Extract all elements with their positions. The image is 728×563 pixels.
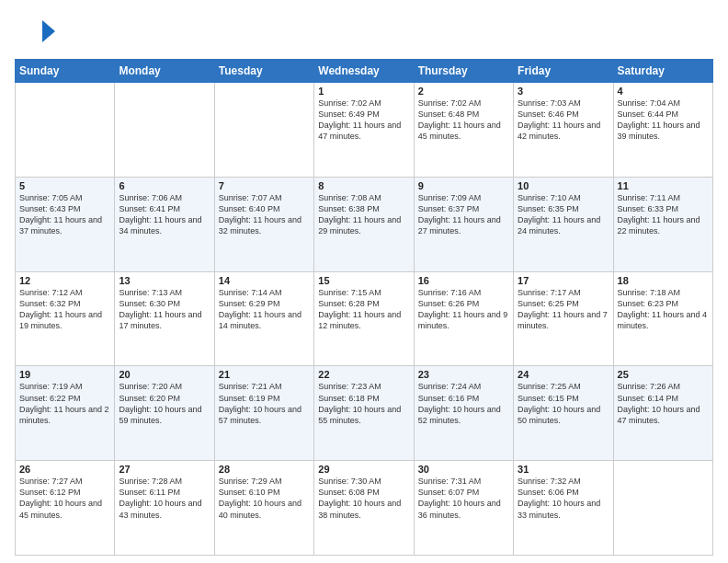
calendar-cell-2-6: 10Sunrise: 7:10 AM Sunset: 6:35 PM Dayli… xyxy=(514,177,613,271)
day-number: 23 xyxy=(418,369,509,380)
day-number: 12 xyxy=(19,275,110,286)
calendar-cell-5-5: 30Sunrise: 7:31 AM Sunset: 6:07 PM Dayli… xyxy=(414,461,513,556)
day-info: Sunrise: 7:31 AM Sunset: 6:07 PM Dayligh… xyxy=(418,476,509,521)
day-info: Sunrise: 7:20 AM Sunset: 6:20 PM Dayligh… xyxy=(119,381,210,426)
calendar-cell-5-7 xyxy=(613,461,712,556)
day-info: Sunrise: 7:03 AM Sunset: 6:46 PM Dayligh… xyxy=(518,98,609,143)
calendar-cell-3-3: 14Sunrise: 7:14 AM Sunset: 6:29 PM Dayli… xyxy=(214,271,313,366)
calendar-cell-5-3: 28Sunrise: 7:29 AM Sunset: 6:10 PM Dayli… xyxy=(214,461,313,556)
day-number: 18 xyxy=(618,275,709,286)
calendar-cell-3-4: 15Sunrise: 7:15 AM Sunset: 6:28 PM Dayli… xyxy=(314,271,414,366)
day-number: 13 xyxy=(119,275,210,286)
day-number: 19 xyxy=(19,369,110,380)
day-number: 30 xyxy=(418,464,509,475)
calendar-header-tuesday: Tuesday xyxy=(214,60,313,83)
calendar-header-wednesday: Wednesday xyxy=(314,60,414,83)
day-number: 22 xyxy=(318,369,409,380)
day-info: Sunrise: 7:17 AM Sunset: 6:25 PM Dayligh… xyxy=(518,287,609,332)
day-info: Sunrise: 7:02 AM Sunset: 6:48 PM Dayligh… xyxy=(418,98,509,143)
calendar-cell-1-6: 3Sunrise: 7:03 AM Sunset: 6:46 PM Daylig… xyxy=(514,83,613,178)
calendar-header-row: SundayMondayTuesdayWednesdayThursdayFrid… xyxy=(16,60,713,83)
calendar-cell-4-4: 22Sunrise: 7:23 AM Sunset: 6:18 PM Dayli… xyxy=(314,366,414,461)
calendar-cell-3-1: 12Sunrise: 7:12 AM Sunset: 6:32 PM Dayli… xyxy=(16,271,115,366)
day-number: 20 xyxy=(119,369,210,380)
day-info: Sunrise: 7:06 AM Sunset: 6:41 PM Dayligh… xyxy=(119,192,210,237)
header xyxy=(15,11,713,52)
day-info: Sunrise: 7:16 AM Sunset: 6:26 PM Dayligh… xyxy=(418,287,509,332)
calendar-week-row-2: 5Sunrise: 7:05 AM Sunset: 6:43 PM Daylig… xyxy=(16,177,713,271)
calendar-header-sunday: Sunday xyxy=(16,60,115,83)
day-info: Sunrise: 7:07 AM Sunset: 6:40 PM Dayligh… xyxy=(219,192,310,237)
logo xyxy=(15,11,59,52)
day-number: 5 xyxy=(19,180,110,191)
calendar-table: SundayMondayTuesdayWednesdayThursdayFrid… xyxy=(15,59,713,556)
day-info: Sunrise: 7:26 AM Sunset: 6:14 PM Dayligh… xyxy=(618,381,709,426)
day-info: Sunrise: 7:24 AM Sunset: 6:16 PM Dayligh… xyxy=(418,381,509,426)
day-info: Sunrise: 7:14 AM Sunset: 6:29 PM Dayligh… xyxy=(219,287,310,332)
day-info: Sunrise: 7:19 AM Sunset: 6:22 PM Dayligh… xyxy=(19,381,110,426)
calendar-week-row-3: 12Sunrise: 7:12 AM Sunset: 6:32 PM Dayli… xyxy=(16,271,713,366)
svg-marker-0 xyxy=(42,20,55,42)
day-number: 26 xyxy=(19,464,110,475)
day-info: Sunrise: 7:25 AM Sunset: 6:15 PM Dayligh… xyxy=(518,381,609,426)
day-info: Sunrise: 7:12 AM Sunset: 6:32 PM Dayligh… xyxy=(19,287,110,332)
calendar-cell-1-4: 1Sunrise: 7:02 AM Sunset: 6:49 PM Daylig… xyxy=(314,83,414,178)
calendar-cell-5-2: 27Sunrise: 7:28 AM Sunset: 6:11 PM Dayli… xyxy=(115,461,214,556)
day-info: Sunrise: 7:29 AM Sunset: 6:10 PM Dayligh… xyxy=(219,476,310,521)
page: SundayMondayTuesdayWednesdayThursdayFrid… xyxy=(0,0,728,563)
calendar-header-friday: Friday xyxy=(514,60,613,83)
calendar-cell-4-7: 25Sunrise: 7:26 AM Sunset: 6:14 PM Dayli… xyxy=(613,366,712,461)
calendar-cell-5-1: 26Sunrise: 7:27 AM Sunset: 6:12 PM Dayli… xyxy=(16,461,115,556)
day-info: Sunrise: 7:02 AM Sunset: 6:49 PM Dayligh… xyxy=(318,98,409,143)
day-info: Sunrise: 7:05 AM Sunset: 6:43 PM Dayligh… xyxy=(19,192,110,237)
calendar-cell-1-7: 4Sunrise: 7:04 AM Sunset: 6:44 PM Daylig… xyxy=(613,83,712,178)
calendar-header-saturday: Saturday xyxy=(613,60,712,83)
calendar-week-row-4: 19Sunrise: 7:19 AM Sunset: 6:22 PM Dayli… xyxy=(16,366,713,461)
day-number: 25 xyxy=(618,369,709,380)
calendar-header-monday: Monday xyxy=(115,60,214,83)
day-number: 9 xyxy=(418,180,509,191)
day-info: Sunrise: 7:21 AM Sunset: 6:19 PM Dayligh… xyxy=(219,381,310,426)
day-number: 21 xyxy=(219,369,310,380)
day-number: 7 xyxy=(219,180,310,191)
day-info: Sunrise: 7:13 AM Sunset: 6:30 PM Dayligh… xyxy=(119,287,210,332)
day-number: 17 xyxy=(518,275,609,286)
calendar-cell-4-2: 20Sunrise: 7:20 AM Sunset: 6:20 PM Dayli… xyxy=(115,366,214,461)
calendar-cell-4-1: 19Sunrise: 7:19 AM Sunset: 6:22 PM Dayli… xyxy=(16,366,115,461)
day-number: 10 xyxy=(518,180,609,191)
calendar-cell-1-1 xyxy=(16,83,115,178)
day-number: 3 xyxy=(518,86,609,97)
day-number: 15 xyxy=(318,275,409,286)
calendar-cell-2-2: 6Sunrise: 7:06 AM Sunset: 6:41 PM Daylig… xyxy=(115,177,214,271)
day-info: Sunrise: 7:27 AM Sunset: 6:12 PM Dayligh… xyxy=(19,476,110,521)
day-number: 14 xyxy=(219,275,310,286)
calendar-cell-3-2: 13Sunrise: 7:13 AM Sunset: 6:30 PM Dayli… xyxy=(115,271,214,366)
calendar-header-thursday: Thursday xyxy=(414,60,513,83)
day-info: Sunrise: 7:10 AM Sunset: 6:35 PM Dayligh… xyxy=(518,192,609,237)
day-info: Sunrise: 7:32 AM Sunset: 6:06 PM Dayligh… xyxy=(518,476,609,521)
calendar-cell-4-6: 24Sunrise: 7:25 AM Sunset: 6:15 PM Dayli… xyxy=(514,366,613,461)
day-info: Sunrise: 7:09 AM Sunset: 6:37 PM Dayligh… xyxy=(418,192,509,237)
calendar-cell-1-2 xyxy=(115,83,214,178)
calendar-cell-5-6: 31Sunrise: 7:32 AM Sunset: 6:06 PM Dayli… xyxy=(514,461,613,556)
day-number: 27 xyxy=(119,464,210,475)
calendar-cell-2-1: 5Sunrise: 7:05 AM Sunset: 6:43 PM Daylig… xyxy=(16,177,115,271)
calendar-week-row-5: 26Sunrise: 7:27 AM Sunset: 6:12 PM Dayli… xyxy=(16,461,713,556)
day-number: 11 xyxy=(618,180,709,191)
calendar-cell-1-5: 2Sunrise: 7:02 AM Sunset: 6:48 PM Daylig… xyxy=(414,83,513,178)
calendar-cell-4-3: 21Sunrise: 7:21 AM Sunset: 6:19 PM Dayli… xyxy=(214,366,313,461)
calendar-cell-3-7: 18Sunrise: 7:18 AM Sunset: 6:23 PM Dayli… xyxy=(613,271,712,366)
day-info: Sunrise: 7:08 AM Sunset: 6:38 PM Dayligh… xyxy=(318,192,409,237)
day-number: 16 xyxy=(418,275,509,286)
day-number: 2 xyxy=(418,86,509,97)
day-info: Sunrise: 7:30 AM Sunset: 6:08 PM Dayligh… xyxy=(318,476,409,521)
calendar-cell-3-5: 16Sunrise: 7:16 AM Sunset: 6:26 PM Dayli… xyxy=(414,271,513,366)
calendar-cell-5-4: 29Sunrise: 7:30 AM Sunset: 6:08 PM Dayli… xyxy=(314,461,414,556)
logo-icon xyxy=(15,11,55,52)
calendar-cell-2-5: 9Sunrise: 7:09 AM Sunset: 6:37 PM Daylig… xyxy=(414,177,513,271)
calendar-cell-3-6: 17Sunrise: 7:17 AM Sunset: 6:25 PM Dayli… xyxy=(514,271,613,366)
day-number: 1 xyxy=(318,86,409,97)
day-info: Sunrise: 7:28 AM Sunset: 6:11 PM Dayligh… xyxy=(119,476,210,521)
day-info: Sunrise: 7:04 AM Sunset: 6:44 PM Dayligh… xyxy=(618,98,709,143)
day-number: 29 xyxy=(318,464,409,475)
